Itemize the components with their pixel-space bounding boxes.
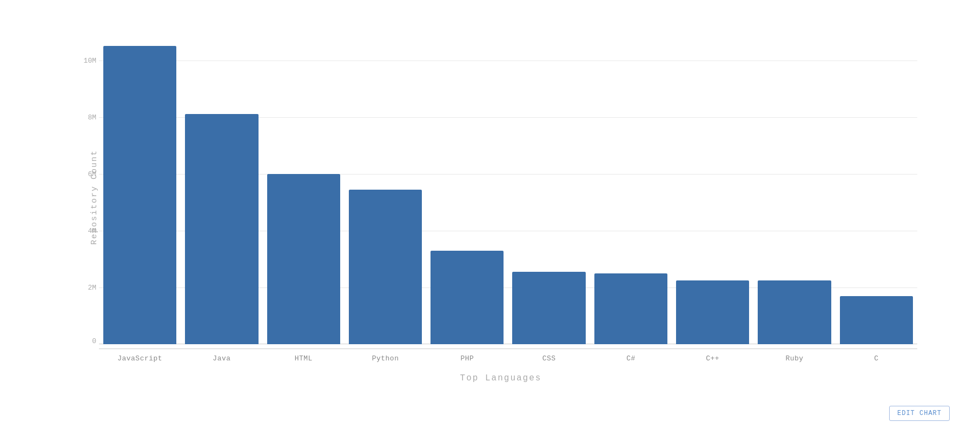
bar-group (753, 32, 835, 344)
grid-and-bars: 10M8M6M4M2M0 (99, 32, 917, 344)
bar-group (345, 32, 426, 344)
x-axis-title: Top Languages (84, 373, 917, 383)
bar-group (508, 32, 590, 344)
x-axis-label-html: HTML (263, 349, 345, 363)
bar-group (263, 32, 345, 344)
bar-group (426, 32, 508, 344)
x-axis-label-php: PHP (426, 349, 508, 363)
bar-c-- (676, 280, 749, 344)
x-axis-label-python: Python (345, 349, 426, 363)
x-axis-label-c: C (836, 349, 917, 363)
bar-group (181, 32, 262, 344)
bars-wrapper (99, 32, 917, 344)
y-axis-label: Repository Count (84, 32, 99, 363)
x-axis-label-css: CSS (508, 349, 590, 363)
bar-group (672, 32, 753, 344)
bar-css (512, 272, 585, 344)
bar-group (836, 32, 917, 344)
x-axis-label-c--: C++ (672, 349, 753, 363)
chart-area: Repository Count 10M8M6M4M2M0 JavaScript… (84, 32, 917, 363)
bar-html (267, 174, 340, 344)
x-axis: JavaScriptJavaHTMLPythonPHPCSSC#C++RubyC (99, 349, 917, 363)
bar-group (99, 32, 181, 344)
chart-inner: 10M8M6M4M2M0 JavaScriptJavaHTMLPythonPHP… (99, 32, 917, 363)
x-axis-label-java: Java (181, 349, 262, 363)
chart-container: Repository Count 10M8M6M4M2M0 JavaScript… (30, 16, 950, 426)
bar-javascript (103, 46, 176, 344)
bar-c (840, 296, 913, 344)
x-axis-label-javascript: JavaScript (99, 349, 181, 363)
bar-php (431, 251, 504, 344)
bar-java (185, 114, 258, 344)
bar-ruby (758, 280, 831, 344)
x-axis-label-c-: C# (590, 349, 672, 363)
bar-python (349, 190, 422, 344)
bar-c- (594, 273, 667, 344)
x-axis-label-ruby: Ruby (753, 349, 835, 363)
bar-group (590, 32, 672, 344)
edit-chart-button[interactable]: EDIT CHART (889, 406, 950, 421)
